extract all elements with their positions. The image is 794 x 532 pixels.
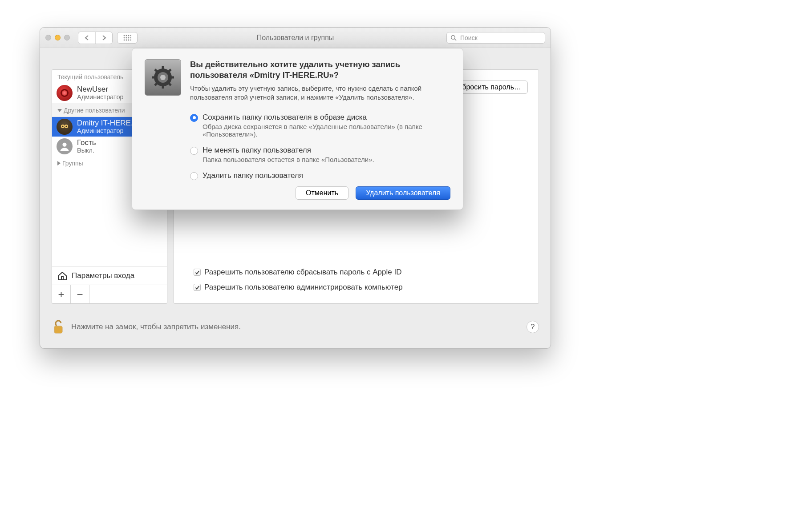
user-name: Гость [77,139,96,147]
checkbox-label: Разрешить пользователю администрировать … [204,283,403,292]
checkbox-icon [194,269,201,276]
back-button[interactable] [78,32,95,44]
option-label: Не менять папку пользователя [203,146,374,155]
svg-line-31 [155,83,158,85]
section-label: Группы [62,160,83,167]
svg-line-29 [168,83,171,85]
lock-hint: Нажмите на замок, чтобы запретить измене… [71,322,241,331]
nav-segment [78,32,113,44]
dialog-title: Вы действительно хотите удалить учетную … [190,59,450,81]
svg-point-12 [451,35,455,39]
show-all-prefs-button[interactable] [117,32,138,44]
svg-point-8 [124,39,125,40]
system-prefs-icon [145,59,181,96]
avatar [57,119,73,135]
user-role: Администратор [77,93,124,101]
option-sublabel: Папка пользователя остается в папке «Пол… [203,156,374,163]
login-options-label: Параметры входа [72,271,134,280]
option-sublabel: Образ диска сохраняется в папке «Удаленн… [203,123,450,138]
search-input[interactable] [459,34,541,42]
svg-rect-19 [61,277,63,280]
lock-row: Нажмите на замок, чтобы запретить измене… [52,314,539,339]
svg-point-9 [126,39,127,40]
add-user-button[interactable]: + [52,285,71,304]
svg-point-10 [128,39,130,40]
svg-line-13 [455,39,457,40]
add-remove-bar: + − [52,285,167,303]
radio-icon [190,172,198,180]
svg-line-30 [168,69,171,72]
minimize-window-icon[interactable] [55,35,61,40]
svg-point-11 [130,39,131,40]
option-label: Сохранить папку пользователя в образе ди… [203,113,450,122]
svg-rect-20 [54,326,62,333]
option-label: Удалить папку пользователя [203,171,303,180]
dialog-options: Сохранить папку пользователя в образе ди… [190,113,450,180]
window-controls [45,35,70,40]
svg-point-0 [124,35,125,36]
house-icon [57,270,68,282]
search-icon [450,35,457,41]
svg-point-3 [130,35,131,36]
svg-line-28 [155,69,158,72]
permissions: Разрешить пользователю сбрасывать пароль… [194,268,403,292]
option-keep-folder[interactable]: Не менять папку пользователя Папка польз… [190,146,450,163]
section-label: Другие пользователи [64,107,125,114]
svg-point-16 [62,125,63,127]
checkbox-allow-admin[interactable]: Разрешить пользователю администрировать … [194,283,403,292]
radio-icon [190,114,198,122]
remove-user-button[interactable]: − [71,285,89,304]
svg-point-17 [65,125,67,127]
checkbox-reset-with-appleid[interactable]: Разрешить пользователю сбрасывать пароль… [194,268,403,277]
option-save-disk-image[interactable]: Сохранить папку пользователя в образе ди… [190,113,450,138]
avatar [57,138,73,154]
chevron-down-icon [57,109,62,112]
dialog-description: Чтобы удалить эту учетную запись, выбери… [190,84,450,102]
radio-icon [190,147,198,155]
svg-point-18 [62,143,66,147]
svg-point-2 [128,35,130,36]
unlocked-padlock-icon[interactable] [52,318,65,336]
avatar [57,85,73,101]
svg-point-6 [128,37,130,38]
forward-button[interactable] [95,32,112,44]
dialog-buttons: Отменить Удалить пользователя [145,186,450,200]
option-delete-folder[interactable]: Удалить папку пользователя [190,171,450,180]
zoom-window-icon[interactable] [64,35,70,40]
user-role: Выкл. [77,147,96,154]
help-button[interactable]: ? [527,321,539,333]
svg-point-1 [126,35,127,36]
svg-point-5 [126,37,127,38]
svg-point-7 [130,37,131,38]
delete-user-dialog: Вы действительно хотите удалить учетную … [132,48,463,210]
titlebar: Пользователи и группы [40,28,551,48]
user-name: NewUser [77,85,124,94]
chevron-right-icon [57,161,61,165]
cancel-button[interactable]: Отменить [296,186,348,200]
svg-point-32 [160,75,166,80]
search-field[interactable] [446,32,545,44]
checkbox-label: Разрешить пользователю сбрасывать пароль… [204,268,401,277]
login-options[interactable]: Параметры входа [52,266,167,285]
close-window-icon[interactable] [45,35,51,40]
confirm-delete-button[interactable]: Удалить пользователя [356,186,450,200]
checkbox-icon [194,284,201,291]
svg-point-4 [124,37,125,38]
